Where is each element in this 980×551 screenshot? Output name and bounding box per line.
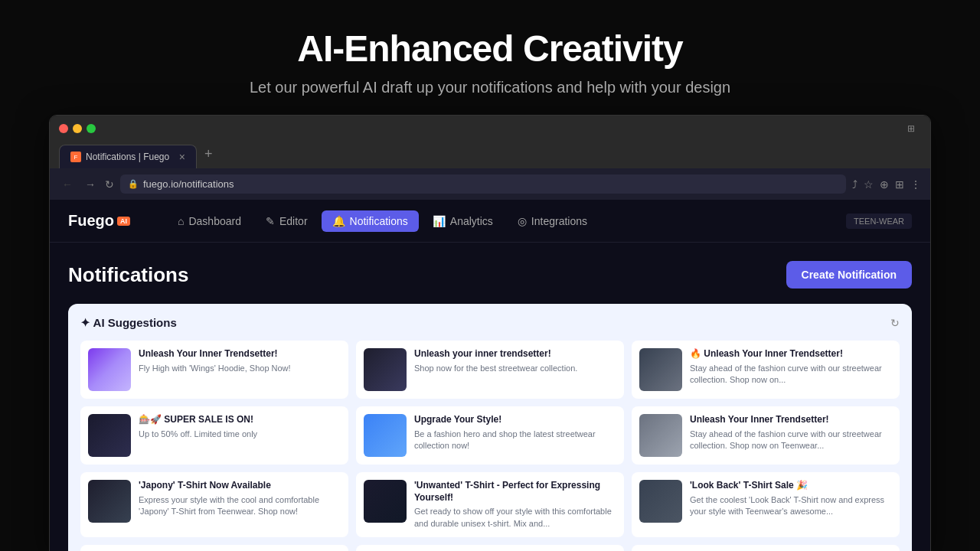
logo-text: Fuego: [68, 212, 114, 230]
suggestion-title: Unleash Your Inner Trendsetter!: [690, 414, 892, 426]
logo-badge: AI: [117, 217, 130, 226]
browser-tabs: F Notifications | Fuego × +: [59, 140, 921, 168]
suggestion-item[interactable]: 🔥 Unleash Your Style! 🔥Elevate your look…: [80, 545, 348, 551]
suggestion-description: Fly High with 'Wings' Hoodie, Shop Now!: [139, 363, 341, 374]
hero-title: AI-Enhanced Creativity: [15, 28, 965, 70]
suggestion-thumbnail: [364, 414, 407, 457]
nav-analytics-label: Analytics: [450, 215, 493, 227]
suggestion-description: Up to 50% off. Limited time only: [139, 429, 341, 440]
nav-item-dashboard[interactable]: ⌂ Dashboard: [167, 210, 252, 232]
page-title: Notifications: [68, 263, 188, 287]
suggestions-grid: Unleash Your Inner Trendsetter!Fly High …: [80, 341, 900, 551]
dashboard-icon: ⌂: [178, 215, 184, 227]
hero-section: AI-Enhanced Creativity Let our powerful …: [0, 0, 980, 115]
suggestion-title: 'Unwanted' T-Shirt - Perfect for Express…: [414, 480, 616, 504]
suggestion-title: Unleash Your Inner Trendsetter!: [139, 348, 341, 360]
suggestion-description: Stay ahead of the fashion curve with our…: [690, 363, 892, 386]
suggestion-item[interactable]: 'Look Back' T-Shirt Sale 🎉Get the cooles…: [632, 472, 900, 537]
suggestion-title: Unleash your inner trendsetter!: [414, 348, 616, 360]
suggestions-title: ✦ AI Suggestions: [80, 316, 177, 330]
suggestion-title: Upgrade Your Style!: [414, 414, 616, 426]
menu-icon[interactable]: ⋮: [910, 178, 921, 191]
suggestion-thumbnail: [88, 414, 131, 457]
create-notification-button[interactable]: Create Notification: [786, 261, 912, 289]
forward-button[interactable]: →: [82, 177, 99, 192]
nav-editor-label: Editor: [279, 215, 308, 227]
suggestion-thumbnail: [88, 348, 131, 391]
app-nav-items: ⌂ Dashboard ✎ Editor 🔔 Notifications 📊 A…: [167, 210, 912, 232]
suggestion-title: 'Look Back' T-Shirt Sale 🎉: [690, 480, 892, 492]
nav-dashboard-label: Dashboard: [188, 215, 241, 227]
app-content: Fuego AI ⌂ Dashboard ✎ Editor 🔔 Notifica…: [50, 200, 930, 551]
lock-icon: 🔒: [128, 179, 139, 189]
notifications-icon: 🔔: [332, 215, 345, 227]
suggestion-thumbnail: [639, 414, 682, 457]
maximize-dot[interactable]: [87, 124, 96, 133]
suggestion-content: 'Unwanted' T-Shirt - Perfect for Express…: [414, 480, 616, 530]
app-navbar: Fuego AI ⌂ Dashboard ✎ Editor 🔔 Notifica…: [50, 200, 930, 243]
suggestion-item[interactable]: Unleash your inner trendsetter!Shop now …: [356, 341, 624, 399]
browser-titlebar: ⊞: [59, 123, 921, 134]
back-button[interactable]: ←: [59, 177, 76, 192]
suggestion-content: 'Look Back' T-Shirt Sale 🎉Get the cooles…: [690, 480, 892, 517]
suggestion-content: Unleash your inner trendsetter!Shop now …: [414, 348, 616, 374]
suggestion-content: 🎰🚀 SUPER SALE IS ON!Up to 50% off. Limit…: [139, 414, 341, 440]
suggestion-title: 'Japony' T-Shirt Now Available: [139, 480, 341, 492]
address-text: fuego.io/notifications: [143, 178, 234, 190]
suggestion-item[interactable]: Unleash Your Inner Trendsetter!Fly High …: [80, 341, 348, 399]
main-header: Notifications Create Notification: [68, 261, 912, 289]
browser-nav-bar: ← → ↻ 🔒 fuego.io/notifications ⤴ ☆ ⊕ ⊞ ⋮: [50, 168, 930, 200]
suggestion-thumbnail: [639, 348, 682, 391]
share-icon[interactable]: ⤴: [852, 178, 858, 191]
main-area: Notifications Create Notification ✦ AI S…: [50, 243, 930, 551]
suggestion-item[interactable]: 'Japony' T-Shirt Now AvailableExpress yo…: [80, 472, 348, 537]
sidebar-icon[interactable]: ⊞: [895, 178, 904, 191]
editor-icon: ✎: [266, 215, 275, 227]
nav-item-integrations[interactable]: ◎ Integrations: [507, 210, 598, 232]
suggestion-description: Shop now for the best streetwear collect…: [414, 363, 616, 374]
suggestion-item[interactable]: Check out these stylish jeans!Add a tren…: [632, 545, 900, 551]
bookmark-icon[interactable]: ☆: [864, 178, 874, 191]
nav-item-editor[interactable]: ✎ Editor: [255, 210, 318, 232]
suggestion-thumbnail: [364, 348, 407, 391]
suggestions-header: ✦ AI Suggestions ↻: [80, 316, 900, 330]
suggestion-description: Express your style with the cool and com…: [139, 494, 341, 518]
browser-action-icons: ⤴ ☆ ⊕ ⊞ ⋮: [852, 178, 921, 191]
new-tab-button[interactable]: +: [197, 140, 220, 168]
suggestion-item[interactable]: Get Trendy with Devil JeansUpgrade your …: [356, 545, 624, 551]
suggestion-item[interactable]: Unleash Your Inner Trendsetter!Stay ahea…: [632, 406, 900, 465]
nav-item-analytics[interactable]: 📊 Analytics: [422, 210, 504, 232]
suggestion-item[interactable]: Upgrade Your Style!Be a fashion hero and…: [356, 406, 624, 465]
nav-notifications-label: Notifications: [350, 215, 408, 227]
app-logo: Fuego AI: [68, 212, 130, 230]
active-tab[interactable]: F Notifications | Fuego ×: [59, 145, 197, 168]
integrations-icon: ◎: [518, 215, 527, 227]
suggestion-thumbnail: [639, 480, 682, 523]
suggestion-content: Unleash Your Inner Trendsetter!Stay ahea…: [690, 414, 892, 452]
suggestion-description: Be a fashion hero and shop the latest st…: [414, 429, 616, 452]
browser-dots: [59, 124, 96, 133]
suggestion-content: 🔥 Unleash Your Inner Trendsetter!Stay ah…: [690, 348, 892, 386]
close-dot[interactable]: [59, 124, 68, 133]
suggestion-item[interactable]: 'Unwanted' T-Shirt - Perfect for Express…: [356, 472, 624, 537]
suggestion-description: Stay ahead of the fashion curve with our…: [690, 429, 892, 452]
suggestion-content: 'Japony' T-Shirt Now AvailableExpress yo…: [139, 480, 341, 517]
suggestion-content: Upgrade Your Style!Be a fashion hero and…: [414, 414, 616, 452]
refresh-button[interactable]: ↻: [105, 178, 114, 191]
ai-suggestions-card: ✦ AI Suggestions ↻ Unleash Your Inner Tr…: [68, 304, 912, 551]
nav-item-notifications[interactable]: 🔔 Notifications: [322, 210, 419, 232]
suggestion-item[interactable]: 🔥 Unleash Your Inner Trendsetter!Stay ah…: [632, 341, 900, 399]
browser-window: ⊞ F Notifications | Fuego × + ← → ↻ 🔒 fu…: [49, 115, 931, 551]
suggestion-item[interactable]: 🎰🚀 SUPER SALE IS ON!Up to 50% off. Limit…: [80, 406, 348, 465]
analytics-icon: 📊: [433, 215, 446, 227]
extension-icon[interactable]: ⊕: [880, 178, 889, 191]
tab-close-button[interactable]: ×: [179, 152, 185, 162]
suggestions-refresh-icon[interactable]: ↻: [890, 317, 900, 329]
suggestion-description: Get ready to show off your style with th…: [414, 506, 616, 530]
store-badge: TEEN-WEAR: [846, 214, 912, 229]
browser-chrome: ⊞ F Notifications | Fuego × +: [50, 116, 930, 168]
minimize-dot[interactable]: [73, 124, 82, 133]
address-bar[interactable]: 🔒 fuego.io/notifications: [120, 174, 846, 194]
suggestion-thumbnail: [88, 480, 131, 523]
suggestion-description: Get the coolest 'Look Back' T-Shirt now …: [690, 494, 892, 518]
